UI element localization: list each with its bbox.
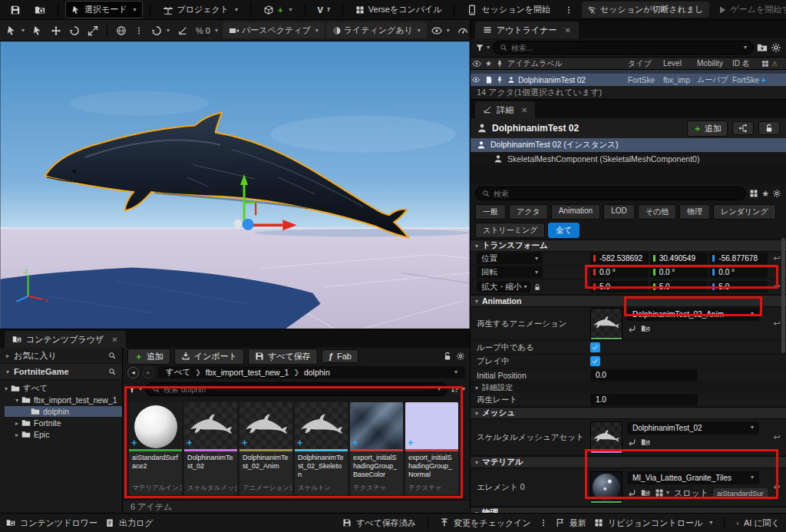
asset-card[interactable]: + aiStandardSurface2 マテリアルインスタンス — [129, 402, 182, 495]
select-mode-dropdown[interactable]: 選択モード▾ — [65, 1, 143, 18]
initial-position-field[interactable]: 0.0 — [590, 369, 698, 381]
section-material[interactable]: ▾マテリアル — [471, 456, 786, 468]
add-content-dropdown[interactable]: +▾ — [258, 2, 297, 18]
close-icon[interactable]: ✕ — [521, 106, 527, 114]
use-selected-asset-icon[interactable] — [627, 488, 636, 497]
outliner-search-input[interactable] — [511, 44, 738, 52]
scale-lock-icon[interactable] — [533, 283, 541, 291]
check-in-changes-button[interactable]: 変更をチェックイン — [440, 517, 531, 529]
asset-search-box[interactable]: ▾ — [145, 382, 447, 396]
verse-compile-button[interactable]: Verseをコンパイル — [350, 2, 447, 18]
tab-details[interactable]: 詳細 ✕ — [475, 101, 535, 118]
rotation-y-field[interactable]: 0.0 ° — [650, 266, 708, 278]
tree-item-fortnite[interactable]: ▸ Fortnite — [5, 418, 122, 428]
rotation-z-field[interactable]: 0.0 ° — [709, 266, 768, 278]
material-asset-dropdown[interactable]: MI_Via_Lattea_Granite_Tiles▾ — [627, 471, 759, 484]
browse-to-asset-icon[interactable] — [641, 324, 650, 333]
component-row-skeletalmesh[interactable]: SkeletalMeshComponent (SkeletalMeshCompo… — [471, 152, 786, 166]
add-component-button[interactable]: ＋追加 — [687, 121, 728, 137]
grid-snap-button[interactable] — [174, 23, 191, 38]
breadcrumb[interactable]: すべて❯ fbx_import_test_new_1❯ dolphin ▾ — [158, 366, 465, 378]
outliner-filter-dropdown[interactable]: ▾ — [475, 43, 490, 52]
scale-y-field[interactable]: 5.0 — [650, 281, 708, 292]
sync-latest-button[interactable]: 最新 — [556, 517, 586, 529]
close-icon[interactable]: ✕ — [111, 335, 117, 344]
filter-chip-actor[interactable]: アクタ — [509, 204, 548, 220]
asset-card[interactable]: + DolphinanimTest_02_Anim アニメーションシー... — [239, 402, 292, 495]
slot-name-chip[interactable]: aiStandardSur — [713, 488, 768, 498]
filter-chip-all[interactable]: 全て — [548, 223, 579, 238]
material-options-dropdown[interactable]: ▾ — [655, 488, 669, 497]
back-button[interactable]: ◂ — [127, 367, 139, 378]
rotation-dropdown[interactable]: 回転▾ — [477, 266, 543, 278]
playing-checkbox[interactable] — [590, 356, 600, 366]
scale-dropdown[interactable]: 拡大・縮小▾ — [477, 281, 530, 292]
details-scrollbar[interactable] — [781, 238, 785, 353]
rotation-x-field[interactable]: 0.0 ° — [590, 266, 649, 278]
sort-dropdown[interactable]: ▾ — [451, 385, 465, 394]
mesh-thumbnail[interactable] — [590, 421, 623, 454]
level-viewport[interactable]: Z X — [0, 41, 470, 329]
settings-icon[interactable] — [456, 352, 465, 361]
asset-search-input[interactable] — [163, 385, 431, 394]
material-thumbnail[interactable] — [590, 471, 623, 504]
surface-snap-dropdown[interactable]: ▾ — [148, 23, 173, 38]
section-mesh[interactable]: ▾メッシュ — [471, 407, 786, 419]
anim-thumbnail[interactable] — [590, 308, 623, 340]
output-log-button[interactable]: 出力ログ — [105, 517, 154, 529]
filter-chip-animation[interactable]: Animation — [551, 204, 600, 220]
filter-chip-streaming[interactable]: ストリーミング — [475, 223, 545, 238]
snap-options-button[interactable] — [131, 24, 147, 38]
all-saved-status[interactable]: すべて保存済み — [342, 517, 416, 529]
close-icon[interactable]: ✕ — [565, 26, 571, 35]
asset-card[interactable]: + export_initialShadingGroup_BaseColor テ… — [350, 402, 403, 495]
perspective-dropdown[interactable]: パースペクティブ▾ — [223, 22, 325, 38]
project-dropdown[interactable]: プロジェクト▾ — [157, 2, 244, 18]
asset-card[interactable]: + DolphinanimTest_02 スケルタルメッシュ — [184, 402, 237, 495]
tree-item-epic[interactable]: ▸ Epic — [5, 429, 122, 440]
add-to-revision-badge[interactable]: + — [760, 76, 786, 84]
browse-to-asset-icon[interactable] — [641, 488, 650, 497]
favorites-button[interactable]: ★ — [761, 189, 769, 199]
play-rate-field[interactable]: 1.0 — [590, 394, 698, 405]
reset-material-button[interactable]: ↩ — [768, 482, 786, 492]
session-options-button[interactable] — [559, 3, 579, 17]
browse-to-asset-icon[interactable] — [641, 438, 650, 447]
filter-chip-lod[interactable]: LOD — [603, 204, 635, 220]
world-space-toggle[interactable] — [113, 23, 130, 38]
scale-tool-button[interactable] — [84, 23, 101, 38]
content-drawer-button[interactable]: コンテンツドロワー — [6, 517, 97, 529]
start-game-button[interactable]: ゲームを開始する — [712, 2, 786, 18]
revision-control-dropdown[interactable]: リビジョンコントロール▾ — [594, 517, 713, 529]
outliner-column-headers[interactable]: ★ アイテムラベル タイプ Level Mobility ID 名 ⚠ — [471, 57, 786, 70]
anim-asset-dropdown[interactable]: DolphinanimTest_02_Anim▾ — [627, 308, 759, 321]
outliner-row-selected[interactable]: DolphinanimTest 02 FortSke fbx_imp ムーバブ … — [471, 74, 786, 86]
outliner-settings-button[interactable] — [771, 42, 781, 53]
location-y-field[interactable]: 30.490549 — [650, 253, 708, 264]
scale-x-field[interactable]: 5.0 — [590, 281, 649, 292]
view-mode-dropdown[interactable]: ライティングあり▾ — [326, 22, 427, 38]
lock-icon[interactable] — [443, 352, 452, 361]
show-flags-dropdown[interactable]: ▾ — [428, 23, 453, 38]
looping-checkbox[interactable] — [590, 342, 600, 352]
chevron-down-icon[interactable]: ▾ — [438, 386, 441, 392]
mesh-asset-dropdown[interactable]: DolphinanimTest_02▾ — [627, 421, 759, 435]
search-icon[interactable] — [108, 368, 116, 375]
forward-button[interactable]: ▸ — [143, 367, 154, 378]
select-tool-button[interactable] — [29, 23, 46, 38]
session-start-button[interactable]: セッションを開始 — [461, 2, 556, 18]
asset-card[interactable]: + DolphinanimTest_02_Skeleton スケルトン — [295, 402, 348, 495]
use-selected-asset-icon[interactable] — [627, 438, 636, 447]
lock-icon[interactable] — [758, 121, 780, 135]
location-x-field[interactable]: -582.538692 — [590, 253, 649, 264]
asset-filter-dropdown[interactable]: ▾ — [127, 385, 142, 394]
filter-chip-physics[interactable]: 物理 — [679, 204, 710, 220]
scale-snap-dropdown[interactable]: % 0▾ — [193, 24, 221, 38]
save-all-button[interactable]: すべて保存 — [248, 349, 318, 365]
move-tool-button[interactable] — [48, 23, 64, 38]
save-button[interactable] — [5, 2, 26, 18]
section-transform[interactable]: ▾トランスフォーム — [471, 240, 786, 252]
viewport-canvas[interactable]: Z X — [0, 41, 470, 329]
blueprint-edit-button[interactable] — [732, 121, 754, 135]
display-options-button[interactable] — [749, 189, 758, 198]
